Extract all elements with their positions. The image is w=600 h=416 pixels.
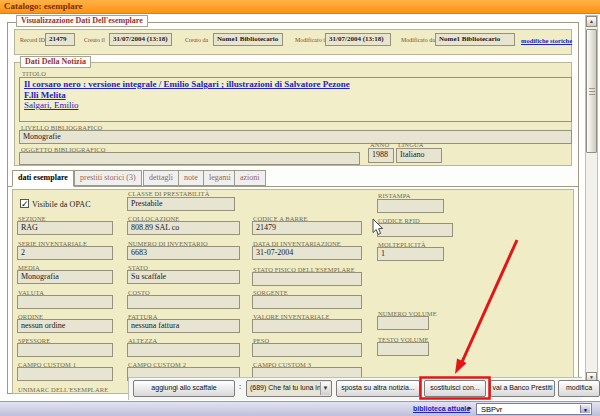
modified-by-label: Modificato da [401,37,435,43]
created-by-label: Creato da [185,37,208,43]
created-value[interactable]: 31/07/2004 (13:18) [109,33,172,46]
page-title: Catalogo: esemplare [4,1,83,11]
title-link[interactable]: Il corsaro nero : versione integrale / E… [24,79,557,90]
fattura-value[interactable]: nessuna fattura [127,319,240,333]
record-id-label: Record ID [20,37,45,43]
stato-fisico-value[interactable] [252,272,362,286]
titolo-box: Il corsaro nero : versione integrale / E… [19,77,572,122]
scroll-up-icon[interactable]: ▲ [586,16,597,27]
numero-volume-value[interactable] [377,316,429,330]
numero-inv-value[interactable]: 6683 [127,246,240,260]
unimarc-label: UNIMARC DELL'ESEMPLARE [18,386,108,393]
ristampa-value[interactable] [377,199,444,213]
created-by-value[interactable]: Nome1 Bibliotecario [213,33,283,46]
livello-value[interactable]: Monografie [19,130,572,144]
peso-value[interactable] [252,343,362,357]
aggiungi-scaffale-button[interactable]: aggiungi allo scaffale [133,380,235,397]
toolbar-separator: : [239,382,241,391]
collocazione-value[interactable]: 808.89 SAL co [127,221,240,235]
visibile-opac-label: Visibile da OPAC [32,200,91,209]
testo-volume-value[interactable] [377,342,429,356]
tab-prestiti-storici[interactable]: prestiti storici (3) [74,170,142,186]
ordine-value[interactable]: nessun ordine [17,319,113,333]
modifica-button[interactable]: modifica [558,380,600,397]
tab-note[interactable]: note [178,170,204,186]
status-bar: biblioteca attuale ► SBPvr ▼ [0,401,600,416]
visualizzazione-legend: Visualizzazione Dati Dell'esemplare [16,15,148,27]
media-value[interactable]: Monografia [17,270,113,284]
titolo-label: TITOLO [22,70,46,77]
modified-label: Modificato il [295,37,327,43]
vertical-scrollbar[interactable]: ▲ ▼ [585,15,598,384]
sorgente-value[interactable] [252,295,362,309]
lingua-label: LINGUA [398,141,424,148]
anno-label: ANNO [370,141,389,148]
banco-prestiti-button[interactable]: vai a Banco Prestiti [490,380,555,397]
valore-inv-value[interactable] [252,319,362,333]
library-select[interactable]: SBPvr ▼ [476,403,592,415]
classe-value[interactable]: Prestabile [127,197,235,211]
modified-value[interactable]: 31/07/2004 (13:18) [325,33,391,46]
spessore-value[interactable] [17,343,113,357]
tab-legami[interactable]: legami [203,170,237,186]
app-window: Catalogo: esemplare Visualizzazione Dati… [0,0,600,416]
library-select-value: SBPvr [481,405,502,414]
sposta-notizia-button[interactable]: sposta su altra notizia... [336,380,420,397]
lingua-value[interactable]: Italiano [396,148,442,163]
codice-rfid-value[interactable] [377,223,453,237]
scrollbar-thumb[interactable] [586,29,597,153]
costo-value[interactable] [127,295,240,309]
scaffale-select-value: (689) Che fai tu luna in c [250,384,326,391]
scrollbar-grip [589,88,595,89]
author-link[interactable]: Salgari, Emilio [24,100,567,111]
dropdown-arrow-icon[interactable]: ▼ [320,382,330,395]
scaffale-select[interactable]: (689) Che fai tu luna in c ▼ [246,380,332,397]
modified-by-value[interactable]: Nome1 Bibliotecario [435,33,515,46]
window-titlebar: Catalogo: esemplare [0,0,600,14]
tab-azioni[interactable]: azioni [234,170,266,186]
serie-inv-value[interactable]: 2 [17,246,113,260]
visibile-opac-checkbox[interactable]: ✓ [20,199,29,208]
data-inv-value[interactable]: 31-07-2004 [252,246,362,260]
sezione-value[interactable]: RAG [17,221,113,235]
altezza-value[interactable] [127,343,240,357]
right-arrow-icon: ► [467,405,473,411]
oggetto-value[interactable] [19,152,360,165]
record-id-value[interactable]: 21479 [45,33,75,46]
campo-custom-1-value[interactable] [17,367,113,381]
classe-label: CLASSE DI PRESTABILITÀ [128,190,210,197]
codice-barre-value[interactable]: 21479 [252,221,362,235]
valuta-value[interactable] [17,295,113,309]
anno-value[interactable]: 1988 [368,148,394,163]
biblioteca-attuale-link[interactable]: biblioteca attuale [413,405,470,412]
sostituisci-con-button[interactable]: sostituisci con... [424,380,486,397]
molteplicita-value[interactable]: 1 [377,247,444,261]
created-label: Creato il [84,37,105,43]
notizia-legend: Dati Della Notizia [20,56,91,68]
tab-dati-esemplare[interactable]: dati esemplare [12,170,74,187]
library-dropdown-arrow-icon[interactable]: ▼ [580,405,590,413]
ristampa-label: RISTAMPA [378,192,411,199]
stato-value[interactable]: Su scaffale [127,270,240,284]
publisher-link[interactable]: F.lli Melita [24,90,567,101]
tab-dettagli[interactable]: dettagli [143,170,179,186]
modifiche-storiche-link[interactable]: modifiche storiche [521,37,572,44]
